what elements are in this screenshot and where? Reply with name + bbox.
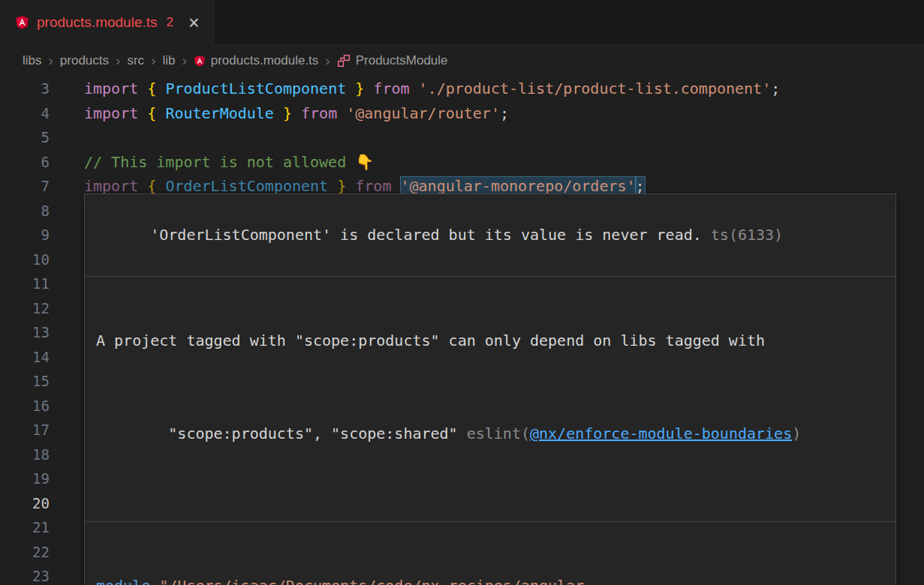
line-number[interactable]: 5 (0, 125, 50, 150)
tab-problems-badge: 2 (167, 15, 173, 30)
code-token: '@angular-monorepo/orders' (401, 177, 636, 195)
code-token: RouterModule (165, 104, 274, 122)
editor: 3import { ProductListComponent } from '.… (0, 76, 924, 585)
eslint-source-prefix: eslint( (467, 424, 530, 442)
code-token: { (147, 80, 156, 98)
chevron-right-icon: › (325, 52, 330, 69)
code-line[interactable]: 5 (0, 125, 924, 150)
code-token (337, 104, 346, 122)
chevron-right-icon: › (116, 52, 120, 69)
code-token (346, 80, 355, 98)
line-number[interactable]: 6 (0, 150, 50, 175)
line-number[interactable]: 11 (0, 272, 50, 296)
line-number[interactable]: 12 (0, 296, 50, 321)
line-number[interactable]: 17 (0, 418, 50, 442)
code-token: } (355, 80, 364, 98)
diagnostic-message: 'OrderListComponent' is declared but its… (150, 226, 702, 244)
breadcrumb: libs › products › src › lib › products.m… (0, 45, 924, 76)
code-token (156, 104, 165, 122)
chevron-right-icon: › (49, 52, 53, 69)
angular-file-icon (194, 55, 206, 68)
line-number[interactable]: 8 (0, 199, 50, 224)
hover-module-info: module "/Users/isaac/Documents/code/nx-r… (85, 522, 895, 585)
hover-eslint-diagnostic: A project tagged with "scope:products" c… (85, 277, 895, 522)
line-number[interactable]: 9 (0, 223, 50, 248)
tab-bar: products.module.ts 2 × (0, 0, 924, 45)
line-number[interactable]: 23 (0, 564, 50, 585)
hover-popup: 'OrderListComponent' is declared but its… (84, 194, 896, 585)
line-number[interactable]: 4 (0, 101, 50, 126)
breadcrumb-item-symbol[interactable]: ProductsModule (337, 53, 448, 68)
breadcrumb-label: libs (23, 53, 42, 68)
code-token (346, 177, 355, 195)
code-token (410, 80, 419, 98)
code-token: // This import is not allowed 👇 (84, 153, 374, 171)
line-number[interactable]: 21 (0, 515, 50, 540)
chevron-right-icon: › (182, 52, 186, 69)
module-keyword: module (96, 577, 150, 585)
code-token (274, 104, 283, 122)
line-number[interactable]: 7 (0, 174, 50, 199)
tab-close-icon[interactable]: × (188, 14, 200, 32)
code-token (391, 177, 400, 195)
code-line-content: import { RouterModule } from '@angular/r… (50, 101, 924, 126)
line-number[interactable]: 3 (0, 76, 50, 101)
code-token: } (283, 104, 292, 122)
code-token: from (355, 177, 391, 195)
eslint-rule-link[interactable]: @nx/enforce-module-boundaries (530, 424, 792, 442)
breadcrumb-label: src (127, 53, 144, 68)
line-number[interactable]: 14 (0, 345, 50, 370)
breadcrumb-item-products[interactable]: products (60, 53, 109, 68)
eslint-source-suffix: ) (792, 424, 801, 442)
code-token: '@angular/router' (346, 104, 500, 122)
chevron-right-icon: › (151, 52, 155, 69)
hover-ts-diagnostic: 'OrderListComponent' is declared but its… (85, 194, 895, 277)
code-line-content: import { ProductListComponent } from './… (50, 76, 924, 101)
code-token: import (84, 104, 138, 122)
breadcrumb-item-lib[interactable]: lib (162, 53, 175, 68)
eslint-message-line1: A project tagged with "scope:products" c… (96, 332, 765, 350)
angular-file-icon (15, 15, 29, 30)
code-token: './product-list/product-list.component' (419, 80, 772, 98)
diagnostic-code: ts(6133) (702, 226, 783, 244)
code-token: { (147, 177, 156, 195)
code-line[interactable]: 4import { RouterModule } from '@angular/… (0, 101, 924, 126)
line-number[interactable]: 16 (0, 394, 50, 418)
code-token: import (84, 177, 138, 195)
code-token (138, 80, 147, 98)
eslint-message-line2: "scope:products", "scope:shared" (168, 424, 466, 442)
line-number[interactable]: 22 (0, 540, 50, 565)
code-line[interactable]: 6// This import is not allowed 👇 (0, 150, 924, 175)
breadcrumb-label: ProductsModule (356, 53, 448, 68)
line-number[interactable]: 10 (0, 248, 50, 272)
symbol-class-icon (337, 54, 351, 68)
tab-products-module-ts[interactable]: products.module.ts 2 × (0, 0, 214, 45)
code-token (364, 80, 373, 98)
code-token: } (337, 177, 346, 195)
breadcrumb-label: lib (162, 53, 175, 68)
code-token: OrderListComponent (165, 177, 328, 195)
line-number[interactable]: 18 (0, 442, 50, 467)
code-token: from (373, 80, 409, 98)
code-token: ; (636, 177, 645, 195)
code-token (156, 80, 165, 98)
breadcrumb-label: products.module.ts (211, 53, 319, 68)
code-token: ProductListComponent (165, 80, 346, 98)
line-number[interactable]: 20 (0, 491, 50, 516)
code-line-content (50, 125, 924, 150)
code-token: from (301, 104, 337, 122)
breadcrumb-item-src[interactable]: src (127, 53, 144, 68)
code-token (156, 177, 165, 195)
code-token (138, 104, 147, 122)
code-token (292, 104, 301, 122)
tab-label: products.module.ts (37, 14, 158, 31)
line-number[interactable]: 13 (0, 320, 50, 345)
code-token (328, 177, 337, 195)
breadcrumb-item-libs[interactable]: libs (23, 53, 42, 68)
code-token: import (84, 80, 138, 98)
line-number[interactable]: 15 (0, 369, 50, 394)
line-number[interactable]: 19 (0, 466, 50, 491)
breadcrumb-item-file[interactable]: products.module.ts (194, 53, 319, 68)
code-line[interactable]: 3import { ProductListComponent } from '.… (0, 76, 924, 101)
code-token: ; (771, 80, 780, 98)
